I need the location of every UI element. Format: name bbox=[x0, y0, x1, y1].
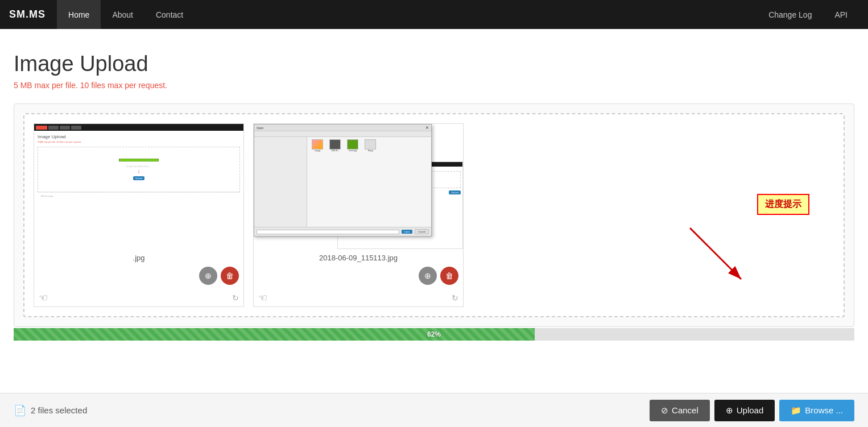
cancel-label: Cancel bbox=[672, 405, 698, 415]
annotation-box: 进度提示 bbox=[757, 194, 809, 215]
annotation-arrow bbox=[684, 222, 764, 293]
browse-label: Browse ... bbox=[805, 405, 843, 415]
svg-line-1 bbox=[690, 228, 741, 279]
thumbnail-footer-2: ☜ ↻ bbox=[254, 289, 463, 306]
thumbnail-actions-1: ⊕ 🗑 bbox=[34, 264, 243, 289]
bottom-buttons: ⊘ Cancel ⊕ Upload 📁 Browse ... bbox=[650, 400, 854, 421]
file-dialog: Open ✕ img.jpg bbox=[254, 124, 432, 237]
copy-button-1[interactable]: ⊕ bbox=[199, 267, 217, 285]
nav-changelog[interactable]: Change Log bbox=[757, 0, 823, 29]
navbar: SM.MS Home About Contact Change Log API bbox=[0, 0, 868, 29]
upload-area[interactable]: Image Upload 5 MB max per file. 10 files… bbox=[14, 103, 854, 327]
upload-button[interactable]: ⊕ Upload bbox=[714, 400, 775, 421]
page-subtitle: 5 MB max per file. 10 files max per requ… bbox=[14, 81, 854, 90]
nav-about[interactable]: About bbox=[101, 0, 144, 29]
thumbnail-image-1: Image Upload 5 MB max per file. 10 files… bbox=[34, 124, 243, 249]
nav-links: Home About Contact bbox=[57, 0, 757, 29]
files-selected: 📄 2 files selected bbox=[14, 404, 650, 417]
upload-icon: ⊕ bbox=[726, 405, 733, 416]
nav-contact[interactable]: Contact bbox=[144, 0, 195, 29]
screenshot-preview-2: Image Upload files here ... Upload Open … bbox=[254, 124, 463, 249]
files-selected-label: 2 files selected bbox=[31, 405, 87, 415]
spinner-icon-1: ↻ bbox=[232, 293, 239, 302]
cancel-button[interactable]: ⊘ Cancel bbox=[650, 400, 710, 421]
delete-button-1[interactable]: 🗑 bbox=[221, 267, 239, 285]
thumbnail-image-2: Image Upload files here ... Upload Open … bbox=[254, 124, 463, 249]
upload-label: Upload bbox=[737, 405, 764, 415]
file-icon: 📄 bbox=[14, 404, 26, 417]
main-content: Image Upload 5 MB max per file. 10 files… bbox=[0, 29, 868, 341]
browse-button[interactable]: 📁 Browse ... bbox=[779, 400, 854, 421]
progress-bar-container: 62% bbox=[14, 328, 854, 341]
nav-api[interactable]: API bbox=[823, 0, 859, 29]
site-logo[interactable]: SM.MS bbox=[9, 9, 46, 20]
bottom-bar: 📄 2 files selected ⊘ Cancel ⊕ Upload 📁 B… bbox=[0, 393, 868, 427]
browse-icon: 📁 bbox=[791, 405, 801, 416]
thumbnail-label-2: 2018-06-09_115113.jpg bbox=[254, 249, 463, 264]
thumbnail-card-2: Image Upload files here ... Upload Open … bbox=[253, 123, 464, 307]
cancel-icon: ⊘ bbox=[661, 405, 668, 416]
hand-icon-1: ☜ bbox=[39, 292, 48, 304]
delete-button-2[interactable]: 🗑 bbox=[440, 267, 458, 285]
thumbnail-label-1: .jpg bbox=[34, 249, 243, 264]
hand-icon-2: ☜ bbox=[258, 292, 267, 304]
screenshot-preview-1: Image Upload 5 MB max per file. 10 files… bbox=[34, 124, 243, 249]
page-title: Image Upload bbox=[14, 52, 854, 76]
spinner-icon-2: ↻ bbox=[452, 293, 458, 302]
progress-fill bbox=[14, 328, 535, 341]
thumbnail-footer-1: ☜ ↻ bbox=[34, 289, 243, 306]
progress-text: 62% bbox=[427, 330, 441, 338]
copy-button-2[interactable]: ⊕ bbox=[419, 267, 437, 285]
nav-home[interactable]: Home bbox=[57, 0, 101, 29]
nav-right: Change Log API bbox=[757, 0, 859, 29]
drop-zone[interactable]: Image Upload 5 MB max per file. 10 files… bbox=[23, 113, 845, 317]
thumbnail-actions-2: ⊕ 🗑 bbox=[254, 264, 463, 289]
thumbnail-card-1: Image Upload 5 MB max per file. 10 files… bbox=[34, 123, 244, 307]
